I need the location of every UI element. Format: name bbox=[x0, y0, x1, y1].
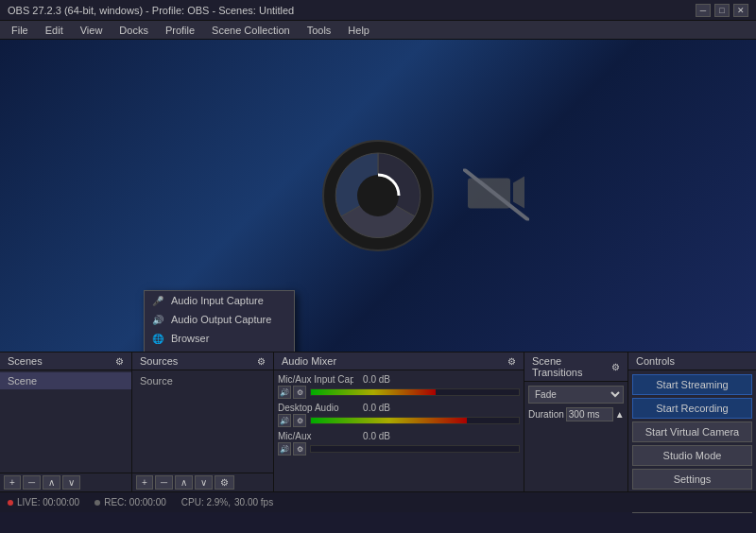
track-1-mute-btn[interactable]: 🔊 bbox=[278, 386, 291, 399]
menu-view[interactable]: View bbox=[73, 23, 111, 38]
close-button[interactable]: ✕ bbox=[733, 4, 748, 17]
bottom-panels: Scenes ⚙ Scene + ─ ∧ ∨ Sources ⚙ Source bbox=[0, 352, 756, 491]
rec-indicator bbox=[94, 500, 100, 506]
duration-input[interactable] bbox=[566, 407, 613, 421]
audio-input-icon: 🎤 bbox=[150, 296, 165, 306]
preview-area: 🎤 Audio Input Capture 🔊 Audio Output Cap… bbox=[0, 40, 756, 352]
mixer-config-icon[interactable]: ⚙ bbox=[507, 356, 516, 367]
start-recording-button[interactable]: Start Recording bbox=[632, 398, 752, 419]
sources-footer: + ─ ∧ ∨ ⚙ bbox=[132, 473, 273, 491]
track-1-icons: 🔊 ⚙ bbox=[278, 386, 306, 399]
start-virtual-camera-button[interactable]: Start Virtual Camera bbox=[632, 421, 752, 442]
transitions-config-icon[interactable]: ⚙ bbox=[611, 362, 620, 372]
track-3-settings-btn[interactable]: ⚙ bbox=[293, 442, 306, 456]
app-title: OBS 27.2.3 (64-bit, windows) - Profile: … bbox=[8, 5, 294, 16]
main-area: 🎤 Audio Input Capture 🔊 Audio Output Cap… bbox=[0, 40, 756, 512]
transition-type-select[interactable]: Fade bbox=[528, 386, 624, 404]
scenes-content: Scene bbox=[0, 370, 131, 473]
sources-up-btn[interactable]: ∧ bbox=[175, 475, 193, 490]
scenes-panel: Scenes ⚙ Scene + ─ ∧ ∨ bbox=[0, 352, 132, 491]
mixer-content: Mic/Aux Input Capture 0.0 dB 🔊 ⚙ bbox=[274, 370, 524, 491]
obs-logo bbox=[321, 139, 435, 252]
title-bar: OBS 27.2.3 (64-bit, windows) - Profile: … bbox=[0, 0, 756, 21]
track-1-bar bbox=[310, 388, 520, 396]
ctx-audio-input[interactable]: 🎤 Audio Input Capture bbox=[145, 291, 294, 310]
svg-rect-2 bbox=[468, 179, 510, 209]
sources-header: Sources ⚙ bbox=[132, 352, 273, 370]
ctx-color-source[interactable]: 🎨 Color Source bbox=[145, 348, 294, 352]
start-streaming-button[interactable]: Start Streaming bbox=[632, 374, 752, 395]
track-3-mute-btn[interactable]: 🔊 bbox=[278, 442, 291, 456]
mixer-track-2: Desktop Audio 0.0 dB 🔊 ⚙ bbox=[274, 401, 524, 429]
mixer-track-2-bar-row: 🔊 ⚙ bbox=[278, 414, 520, 427]
sources-label: Sources bbox=[140, 355, 178, 367]
source-item-label: Source bbox=[132, 372, 273, 389]
track-3-name: Mic/Aux bbox=[278, 431, 353, 441]
track-3-db: 0.0 dB bbox=[357, 431, 390, 441]
track-2-settings-btn[interactable]: ⚙ bbox=[293, 414, 306, 427]
duration-label: Duration bbox=[528, 409, 564, 420]
mixer-track-3-row: Mic/Aux 0.0 dB bbox=[278, 431, 520, 441]
menu-tools[interactable]: Tools bbox=[300, 23, 339, 38]
fps-label: 30.00 fps bbox=[234, 497, 273, 507]
transitions-label: Scene Transitions bbox=[532, 355, 611, 378]
sources-add-btn[interactable]: + bbox=[136, 475, 153, 490]
track-3-bar bbox=[310, 445, 520, 453]
studio-mode-button[interactable]: Studio Mode bbox=[632, 445, 752, 466]
live-indicator bbox=[8, 500, 13, 506]
sources-config-icon[interactable]: ⚙ bbox=[257, 356, 266, 367]
transitions-panel: Scene Transitions ⚙ Fade Duration ▲ bbox=[524, 352, 628, 491]
sources-content: Source bbox=[132, 370, 273, 473]
maximize-button[interactable]: □ bbox=[714, 4, 730, 17]
transition-duration-row: Duration ▲ bbox=[528, 407, 624, 421]
scenes-down-btn[interactable]: ∨ bbox=[62, 475, 80, 490]
controls-panel: Controls Start Streaming Start Recording… bbox=[628, 352, 756, 491]
duration-up-btn[interactable]: ▲ bbox=[615, 409, 625, 420]
track-2-db: 0.0 dB bbox=[357, 403, 390, 413]
track-3-icons: 🔊 ⚙ bbox=[278, 442, 306, 456]
menu-edit[interactable]: Edit bbox=[38, 23, 71, 38]
sources-down-btn[interactable]: ∨ bbox=[195, 475, 213, 490]
live-time: LIVE: 00:00:00 bbox=[17, 497, 79, 507]
scenes-footer: + ─ ∧ ∨ bbox=[0, 473, 131, 491]
track-2-fill bbox=[311, 418, 467, 423]
camera-off-icon bbox=[463, 169, 529, 223]
mixer-track-1-bar-row: 🔊 ⚙ bbox=[278, 386, 520, 399]
browser-icon: 🌐 bbox=[150, 334, 165, 344]
menu-profile[interactable]: Profile bbox=[158, 23, 202, 38]
sources-remove-btn[interactable]: ─ bbox=[155, 475, 173, 490]
minimize-button[interactable]: ─ bbox=[696, 4, 711, 17]
mixer-label: Audio Mixer bbox=[282, 355, 336, 367]
status-live: LIVE: 00:00:00 bbox=[8, 497, 79, 507]
track-1-fill bbox=[311, 389, 436, 395]
audio-output-icon: 🔊 bbox=[150, 315, 165, 325]
controls-header: Controls bbox=[628, 352, 756, 370]
mixer-track-1-row: Mic/Aux Input Capture 0.0 dB bbox=[278, 374, 520, 385]
sources-filter-btn[interactable]: ⚙ bbox=[215, 475, 234, 490]
scene-item-1[interactable]: Scene bbox=[0, 372, 131, 389]
mixer-track-2-row: Desktop Audio 0.0 dB bbox=[278, 403, 520, 413]
controls-label: Controls bbox=[636, 355, 675, 367]
settings-button[interactable]: Settings bbox=[632, 469, 752, 490]
mixer-panel: Audio Mixer ⚙ Mic/Aux Input Capture 0.0 … bbox=[274, 352, 524, 491]
ctx-browser[interactable]: 🌐 Browser bbox=[145, 329, 294, 348]
menu-help[interactable]: Help bbox=[340, 23, 377, 38]
menu-scene-collection[interactable]: Scene Collection bbox=[204, 23, 298, 38]
status-rec: REC: 00:00:00 bbox=[94, 497, 166, 507]
scenes-label: Scenes bbox=[8, 355, 43, 367]
menu-file[interactable]: File bbox=[4, 23, 36, 38]
ctx-audio-output[interactable]: 🔊 Audio Output Capture bbox=[145, 310, 294, 329]
scenes-add-btn[interactable]: + bbox=[4, 475, 21, 490]
scenes-config-icon[interactable]: ⚙ bbox=[115, 356, 124, 367]
track-1-settings-btn[interactable]: ⚙ bbox=[293, 386, 306, 399]
track-2-name: Desktop Audio bbox=[278, 403, 353, 413]
scenes-up-btn[interactable]: ∧ bbox=[43, 475, 60, 490]
track-2-mute-btn[interactable]: 🔊 bbox=[278, 414, 291, 427]
menu-docks[interactable]: Docks bbox=[112, 23, 156, 38]
scenes-header: Scenes ⚙ bbox=[0, 352, 131, 370]
status-bar: LIVE: 00:00:00 REC: 00:00:00 CPU: 2.9%, … bbox=[0, 491, 756, 512]
scenes-remove-btn[interactable]: ─ bbox=[23, 475, 41, 490]
window-controls: ─ □ ✕ bbox=[696, 4, 748, 17]
track-1-db: 0.0 dB bbox=[357, 374, 390, 385]
track-2-bar bbox=[310, 417, 520, 424]
